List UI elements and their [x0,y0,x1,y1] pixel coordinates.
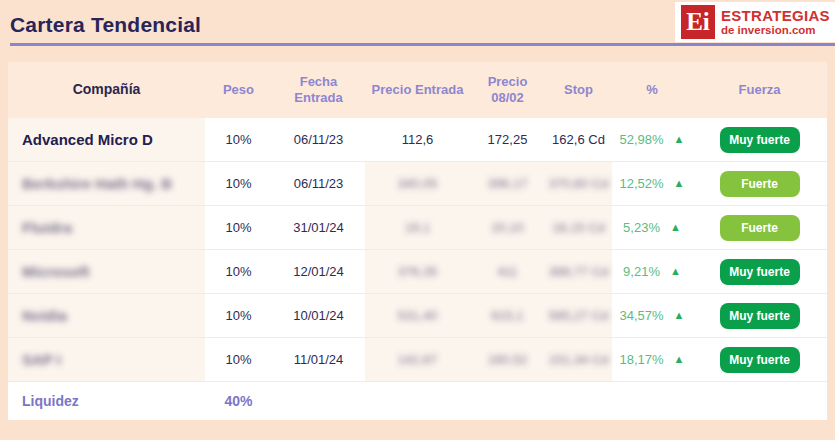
col-header-precio-entrada: Precio Entrada [365,82,470,98]
precio-entrada-value: 531,40 [365,294,470,337]
peso-value: 10% [205,352,272,367]
estrategias-logo[interactable]: Ei ESTRATEGIAS de inversion.com [675,2,835,42]
col-header-fuerza: Fuerza [692,82,827,98]
trend-up-icon: ▲ [674,354,685,365]
fuerza-cell: Muy fuerte [692,303,827,329]
col-header-compania: Compañía [8,81,205,99]
logo-line2: de inversion.com [721,24,830,36]
precio-entrada-value: 376,35 [365,250,470,293]
pct-cell: 34,57% ▲ [612,308,692,323]
pct-cell: 5,23% ▲ [612,220,692,235]
peso-value: 10% [205,176,272,191]
fuerza-cell: Fuerte [692,171,827,197]
pct-value: 52,98% [620,132,664,147]
fecha-entrada-value: 06/11/23 [272,132,365,147]
pct-cell: 12,52% ▲ [612,176,692,191]
pct-value: 18,17% [620,352,664,367]
pct-cell: 9,21% ▲ [612,264,692,279]
pct-value: 5,23% [623,220,660,235]
liquidity-peso: 40% [205,393,272,409]
precio-entrada-value: 142,67 [365,338,470,381]
precio-actual-value: 160,52 [470,338,545,381]
stop-value: 162,6 Cd [545,118,612,161]
trend-up-icon: ▲ [674,134,685,145]
fuerza-badge[interactable]: Muy fuerte [720,347,800,373]
trend-up-icon: ▲ [670,266,681,277]
fuerza-badge[interactable]: Fuerte [720,215,800,241]
pct-value: 12,52% [620,176,664,191]
precio-actual-value: 20,10 [470,206,545,249]
pct-value: 9,21% [623,264,660,279]
portfolio-table: Compañía Peso Fecha Entrada Precio Entra… [8,62,827,420]
company-name[interactable]: Fluidra [8,206,205,249]
fuerza-cell: Muy fuerte [692,127,827,153]
precio-actual-value: 615,1 [470,294,545,337]
ei-logo-icon: Ei [681,5,715,39]
company-name[interactable]: SAP I [8,338,205,381]
table-row: Berkshire Hath Hg. B 10% 06/11/23 340,05… [8,162,827,206]
liquidity-row: Liquidez 40% [8,382,827,420]
fecha-entrada-value: 12/01/24 [272,264,365,279]
company-name[interactable]: Berkshire Hath Hg. B [8,162,205,205]
stop-value: 585,27 Cd [545,294,612,337]
table-row: Microsoft 10% 12/01/24 376,35 411 388,77… [8,250,827,294]
peso-value: 10% [205,264,272,279]
page-title: Cartera Tendencial [10,13,201,37]
fuerza-badge[interactable]: Muy fuerte [720,259,800,285]
fecha-entrada-value: 31/01/24 [272,220,365,235]
col-header-stop: Stop [545,82,612,98]
col-header-fecha-entrada: Fecha Entrada [272,74,365,107]
peso-value: 10% [205,220,272,235]
fuerza-badge[interactable]: Muy fuerte [720,303,800,329]
precio-entrada-value: 340,05 [365,162,470,205]
precio-entrada-value: 19,1 [365,206,470,249]
precio-actual-value: 172,25 [470,118,545,161]
col-header-peso: Peso [205,82,272,98]
stop-value: 370,60 Cd [545,162,612,205]
peso-value: 10% [205,308,272,323]
table-header-row: Compañía Peso Fecha Entrada Precio Entra… [8,62,827,118]
precio-actual-value: 396,17 [470,162,545,205]
company-name[interactable]: Microsoft [8,250,205,293]
fuerza-cell: Muy fuerte [692,347,827,373]
stop-value: 18,15 Cd [545,206,612,249]
table-row: SAP I 10% 11/01/24 142,67 160,52 151,34 … [8,338,827,382]
table-row: Nvidia 10% 10/01/24 531,40 615,1 585,27 … [8,294,827,338]
stop-value: 388,77 Cd [545,250,612,293]
trend-up-icon: ▲ [674,178,685,189]
pct-cell: 52,98% ▲ [612,132,692,147]
stop-value: 151,34 Cd [545,338,612,381]
fuerza-cell: Muy fuerte [692,259,827,285]
trend-up-icon: ▲ [670,222,681,233]
company-name[interactable]: Advanced Micro D [8,118,205,161]
col-header-pct: % [612,82,692,98]
logo-text: ESTRATEGIAS de inversion.com [721,8,830,36]
peso-value: 10% [205,132,272,147]
col-header-precio-actual: Precio 08/02 [470,74,545,107]
title-underline [10,43,835,46]
table-body: Advanced Micro D 10% 06/11/23 112,6 172,… [8,118,827,382]
company-name[interactable]: Nvidia [8,294,205,337]
table-row: Fluidra 10% 31/01/24 19,1 20,10 18,15 Cd… [8,206,827,250]
table-row: Advanced Micro D 10% 06/11/23 112,6 172,… [8,118,827,162]
fecha-entrada-value: 10/01/24 [272,308,365,323]
trend-up-icon: ▲ [674,310,685,321]
liquidity-label: Liquidez [8,393,205,409]
pct-cell: 18,17% ▲ [612,352,692,367]
fuerza-badge[interactable]: Fuerte [720,171,800,197]
logo-line1: ESTRATEGIAS [721,8,830,24]
fuerza-badge[interactable]: Muy fuerte [720,127,800,153]
fecha-entrada-value: 11/01/24 [272,352,365,367]
precio-actual-value: 411 [470,250,545,293]
fecha-entrada-value: 06/11/23 [272,176,365,191]
precio-entrada-value: 112,6 [365,118,470,161]
pct-value: 34,57% [620,308,664,323]
fuerza-cell: Fuerte [692,215,827,241]
